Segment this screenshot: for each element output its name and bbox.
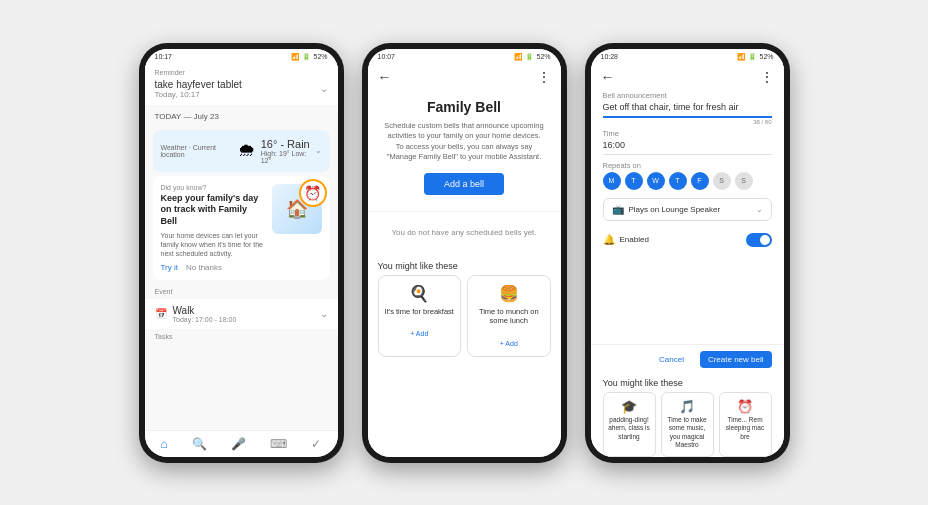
- lunch-icon: 🍔: [474, 284, 544, 303]
- day-saturday[interactable]: S: [713, 172, 731, 190]
- phone3-content: ← ⋮ Bell announcement Get off that chair…: [591, 63, 784, 457]
- promo-hint: Did you know?: [161, 184, 266, 191]
- reminder-title: take hayfever tablet: [155, 79, 242, 90]
- suggestion-card-lunch: 🍔 Time to munch on some lunch + Add: [467, 275, 551, 358]
- reminder-label: Reminder: [155, 69, 328, 76]
- phone2-title-area: Family Bell Schedule custom bells that a…: [368, 91, 561, 211]
- day-tuesday[interactable]: T: [625, 172, 643, 190]
- family-bell-promo: Did you know? Keep your family's day on …: [153, 176, 330, 280]
- speaker-icon: 📺: [612, 204, 624, 215]
- promo-no-button[interactable]: No thanks: [186, 263, 222, 272]
- status-time-1: 10:17: [155, 53, 173, 60]
- phones-container: 10:17 📶🔋52% Reminder take hayfever table…: [0, 0, 928, 505]
- event-section-label: Event: [145, 284, 338, 297]
- day-sunday[interactable]: S: [735, 172, 753, 190]
- add-lunch-button[interactable]: + Add: [500, 340, 518, 347]
- status-icons-2: 📶🔋52%: [514, 53, 550, 61]
- promo-try-button[interactable]: Try it: [161, 263, 178, 272]
- promo-image: 🏠 ⏰: [272, 184, 322, 239]
- bell-form: Bell announcement Get off that chair, ti…: [591, 91, 784, 344]
- music-text: Time to make some music, you magical Mae…: [666, 416, 709, 450]
- status-icons-1: 📶🔋52%: [291, 53, 327, 61]
- speaker-row[interactable]: 📺 Plays on Lounge Speaker ⌄: [603, 198, 772, 221]
- phone-3-screen: 10:28 📶🔋52% ← ⋮ Bell announcement Get of…: [591, 49, 784, 457]
- suggestion-text-lunch: Time to munch on some lunch: [474, 307, 544, 327]
- day-thursday[interactable]: T: [669, 172, 687, 190]
- breakfast-icon: 🍳: [385, 284, 455, 303]
- class-icon: 🎓: [608, 399, 651, 414]
- tasks-section-label: Tasks: [145, 329, 338, 342]
- more-options-icon-3[interactable]: ⋮: [760, 69, 774, 85]
- nav-mic-icon[interactable]: 🎤: [231, 437, 246, 451]
- speaker-left: 📺 Plays on Lounge Speaker: [612, 204, 721, 215]
- suggestion-card-class: 🎓 padding-ding! ahern, class is starting: [603, 392, 656, 457]
- event-title: Walk: [173, 305, 237, 316]
- weather-location: Weather · Current location: [161, 144, 238, 158]
- suggestion-card-breakfast: 🍳 It's time for breakfast + Add: [378, 275, 462, 358]
- promo-desc: Your home devices can let your family kn…: [161, 231, 266, 258]
- speaker-dropdown-icon: ⌄: [756, 205, 763, 214]
- status-bar-1: 10:17 📶🔋52%: [145, 49, 338, 63]
- phone-1: 10:17 📶🔋52% Reminder take hayfever table…: [139, 43, 344, 463]
- status-time-2: 10:07: [378, 53, 396, 60]
- bell-icon: 🔔: [603, 234, 615, 245]
- day-friday[interactable]: F: [691, 172, 709, 190]
- event-calendar-icon: 📅: [155, 308, 167, 319]
- suggestion-cards-3: 🎓 padding-ding! ahern, class is starting…: [591, 392, 784, 457]
- day-wednesday[interactable]: W: [647, 172, 665, 190]
- cancel-button[interactable]: Cancel: [651, 351, 692, 368]
- suggestion-card-reminder: ⏰ Time... Rem sleeping mac bre: [719, 392, 772, 457]
- event-chevron-icon: ⌄: [320, 308, 328, 319]
- nav-keyboard-icon[interactable]: ⌨: [270, 437, 287, 451]
- enabled-row: 🔔 Enabled: [603, 229, 772, 251]
- nav-search-icon[interactable]: 🔍: [192, 437, 207, 451]
- add-breakfast-button[interactable]: + Add: [410, 330, 428, 337]
- char-count: 38 / 80: [603, 119, 772, 125]
- status-time-3: 10:28: [601, 53, 619, 60]
- phone1-content: Reminder take hayfever tablet Today, 10:…: [145, 63, 338, 430]
- repeats-on-label: Repeats on: [603, 161, 772, 170]
- time-label: Time: [603, 129, 772, 138]
- suggestion-text-breakfast: It's time for breakfast: [385, 307, 455, 317]
- clock-icon: ⏰: [299, 179, 327, 207]
- speaker-text: Plays on Lounge Speaker: [629, 205, 721, 214]
- no-bells-text: You do not have any scheduled bells yet.: [368, 211, 561, 253]
- back-arrow-icon[interactable]: ←: [378, 69, 392, 85]
- promo-title: Keep your family's day on track with Fam…: [161, 193, 266, 228]
- day-monday[interactable]: M: [603, 172, 621, 190]
- reminder-row: take hayfever tablet Today, 10:17 ⌄: [155, 79, 328, 99]
- phone2-content: ← ⋮ Family Bell Schedule custom bells th…: [368, 63, 561, 457]
- weather-left: 🌧 16° - Rain High: 19° Low: 12°: [238, 138, 315, 164]
- phone2-desc: Schedule custom bells that announce upco…: [384, 121, 545, 163]
- weather-icon: 🌧: [238, 140, 256, 161]
- enabled-toggle[interactable]: [746, 233, 772, 247]
- phone-2: 10:07 📶🔋52% ← ⋮ Family Bell Schedule cus…: [362, 43, 567, 463]
- nav-check-icon[interactable]: ✓: [311, 437, 321, 451]
- nav-home-icon[interactable]: ⌂: [161, 437, 168, 451]
- create-bell-button[interactable]: Create new bell: [700, 351, 772, 368]
- suggestion-cards-2: 🍳 It's time for breakfast + Add 🍔 Time t…: [368, 275, 561, 366]
- music-icon: 🎵: [666, 399, 709, 414]
- add-bell-button[interactable]: Add a bell: [424, 173, 504, 195]
- back-arrow-icon-3[interactable]: ←: [601, 69, 615, 85]
- suggestion-card-music: 🎵 Time to make some music, you magical M…: [661, 392, 714, 457]
- form-actions: Cancel Create new bell: [591, 344, 784, 374]
- suggestions-label-3: You might like these: [591, 374, 784, 392]
- suggestions-label-2: You might like these: [368, 253, 561, 275]
- phone2-title: Family Bell: [384, 99, 545, 115]
- weather-chevron-icon: ⌄: [315, 146, 322, 155]
- class-text: padding-ding! ahern, class is starting: [608, 416, 651, 441]
- reminder-icon: ⏰: [724, 399, 767, 414]
- event-time: Today: 17:00 - 18:00: [173, 316, 237, 323]
- status-bar-2: 10:07 📶🔋52%: [368, 49, 561, 63]
- bell-announcement-field[interactable]: Get off that chair, time for fresh air: [603, 102, 772, 118]
- phone-1-screen: 10:17 📶🔋52% Reminder take hayfever table…: [145, 49, 338, 457]
- time-field[interactable]: 16:00: [603, 140, 772, 155]
- status-icons-3: 📶🔋52%: [737, 53, 773, 61]
- more-options-icon[interactable]: ⋮: [537, 69, 551, 85]
- bottom-nav-1: ⌂ 🔍 🎤 ⌨ ✓: [145, 430, 338, 457]
- reminder-card: Reminder take hayfever tablet Today, 10:…: [145, 63, 338, 105]
- enabled-text: Enabled: [620, 235, 649, 244]
- weather-temp: 16° - Rain: [261, 138, 315, 150]
- event-card: 📅 Walk Today: 17:00 - 18:00 ⌄: [145, 299, 338, 329]
